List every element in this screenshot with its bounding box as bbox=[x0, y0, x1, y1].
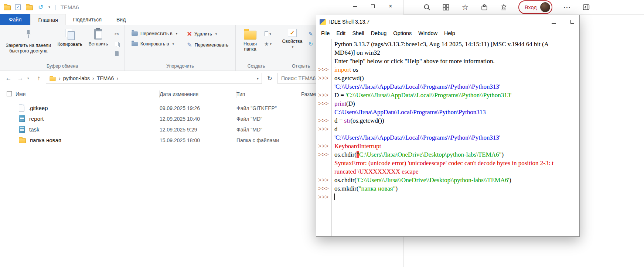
breadcrumb-item[interactable]: TEMA6 bbox=[97, 75, 114, 81]
favorites-star-icon[interactable]: ☆ bbox=[461, 3, 470, 12]
qat-new-folder-icon[interactable] bbox=[26, 5, 33, 10]
column-header-1[interactable]: Имя bbox=[16, 90, 160, 98]
menu-debug[interactable]: Debug bbox=[368, 29, 390, 37]
menu-file[interactable]: File bbox=[318, 29, 333, 37]
cut-icon[interactable]: ✂ bbox=[112, 30, 122, 38]
prompt bbox=[316, 48, 331, 57]
up-button[interactable]: ↑ bbox=[34, 75, 44, 82]
file-modified: 12.09.2025 9:29 bbox=[160, 127, 236, 133]
copy-icon bbox=[65, 29, 75, 40]
delete-label: Удалить bbox=[194, 31, 212, 37]
new-item-icon[interactable]: ▾ bbox=[263, 30, 273, 38]
idle-minimize-button[interactable] bbox=[552, 18, 556, 25]
avatar bbox=[540, 2, 550, 12]
explorer-maximize-button[interactable] bbox=[364, 0, 382, 13]
chevron-down-icon: ▾ bbox=[176, 32, 178, 35]
qat-customize-icon[interactable]: ▾ bbox=[48, 5, 50, 9]
file-icon bbox=[19, 105, 24, 112]
file-name: report bbox=[29, 116, 44, 122]
breadcrumb-item[interactable]: python-labs bbox=[63, 75, 90, 81]
copy-to-icon bbox=[132, 42, 138, 46]
properties-icon bbox=[288, 29, 297, 37]
maximize-icon bbox=[371, 4, 375, 8]
tab-file[interactable]: Файл bbox=[0, 14, 30, 25]
pin-to-quick-access-button[interactable]: Закрепить на панели быстрого доступа bbox=[3, 27, 54, 55]
recent-locations-icon[interactable]: ▾ bbox=[27, 76, 32, 80]
idle-maximize-button[interactable] bbox=[570, 18, 574, 25]
shell-line: SyntaxError: (unicode error) 'unicodeesc… bbox=[316, 159, 579, 167]
shell-line: >>>d bbox=[316, 125, 579, 133]
menu-window[interactable]: Window bbox=[415, 29, 440, 37]
breadcrumb-separator: › bbox=[92, 75, 94, 81]
prompt: >>> bbox=[316, 65, 331, 74]
new-folder-icon bbox=[244, 31, 256, 40]
tab-view[interactable]: Вид bbox=[109, 14, 133, 25]
titlebar-separator: | bbox=[55, 4, 56, 10]
tab-grid-icon[interactable] bbox=[442, 3, 450, 12]
signin-button[interactable]: Вход bbox=[518, 0, 552, 14]
history-icon[interactable]: ↻ bbox=[306, 40, 316, 48]
shell-line: >>>os.chdir("C:\Users\Лиза\OneDrive\Desk… bbox=[316, 150, 579, 159]
shell-line: >>>KeyboardInterrupt bbox=[316, 142, 579, 150]
new-folder-button[interactable]: Новая папка bbox=[239, 27, 262, 54]
prompt: >>> bbox=[316, 99, 331, 108]
breadcrumb-separator: › bbox=[116, 75, 118, 81]
menu-shell[interactable]: Shell bbox=[349, 29, 367, 37]
move-to-label: Переместить в bbox=[140, 31, 173, 36]
shell-line: MD64)] on win32 bbox=[316, 48, 579, 57]
edit-icon[interactable]: ✎ bbox=[306, 30, 316, 38]
maximize-icon bbox=[570, 20, 574, 24]
explorer-minimize-button[interactable] bbox=[346, 0, 364, 13]
group-label-create: Создать bbox=[236, 63, 277, 71]
copy-button[interactable]: Копировать bbox=[55, 27, 85, 48]
copy-path-icon[interactable] bbox=[112, 40, 122, 48]
back-button[interactable]: ← bbox=[4, 75, 13, 82]
tab-home[interactable]: Главная bbox=[30, 14, 65, 25]
explorer-titlebar: ✓ ↺ ▾ | TEMA6 × bbox=[0, 0, 403, 14]
shell-line: 'C:\\Users\\Лиза\\AppData\\Local\\Progra… bbox=[316, 133, 579, 142]
shell-line: >>>import os bbox=[316, 65, 579, 74]
minimize-icon bbox=[552, 23, 556, 24]
menu-options[interactable]: Options bbox=[390, 29, 415, 37]
rename-button[interactable]: ✎ Переименовать bbox=[185, 41, 231, 49]
explorer-logo-icon bbox=[4, 5, 11, 10]
copy-to-button[interactable]: Копировать в ▾ bbox=[129, 41, 180, 47]
qat-properties-icon[interactable]: ✓ bbox=[15, 4, 21, 10]
tab-share[interactable]: Поделиться bbox=[66, 14, 109, 25]
move-to-button[interactable]: Переместить в ▾ bbox=[129, 30, 180, 37]
qat-undo-icon[interactable]: ↺ bbox=[38, 3, 43, 11]
paste-shortcut-icon[interactable] bbox=[112, 49, 122, 58]
breadcrumb-separator: › bbox=[59, 75, 61, 81]
prompt: >>> bbox=[316, 116, 331, 125]
prompt bbox=[316, 108, 331, 116]
create-small-buttons: ▾ ★▾ bbox=[263, 27, 273, 48]
properties-button[interactable]: Свойства ▾ bbox=[280, 27, 304, 51]
address-dropdown-icon[interactable]: ▾ bbox=[257, 76, 259, 81]
menu-edit[interactable]: Edit bbox=[333, 29, 348, 37]
file-type: Файл "GITKEEP" bbox=[236, 105, 301, 111]
column-header-2[interactable]: Дата изменения bbox=[160, 90, 236, 98]
menu-help[interactable]: Help bbox=[441, 29, 458, 37]
explorer-window-title: TEMA6 bbox=[61, 4, 79, 10]
file-type: Файл "MD" bbox=[236, 127, 301, 133]
prompt bbox=[316, 159, 331, 167]
column-header-3[interactable]: Тип bbox=[236, 90, 301, 98]
easy-access-icon[interactable]: ★▾ bbox=[263, 40, 273, 48]
sidebar-icon[interactable] bbox=[582, 3, 591, 12]
refresh-icon[interactable]: ↻ bbox=[264, 73, 275, 84]
paste-button[interactable]: Вставить bbox=[86, 27, 110, 48]
breadcrumb[interactable]: › python-labs›TEMA6› ▾ bbox=[46, 73, 262, 84]
collections-icon[interactable] bbox=[499, 3, 508, 12]
select-all-checkbox[interactable] bbox=[7, 91, 16, 97]
extensions-icon[interactable] bbox=[480, 3, 489, 12]
prompt bbox=[316, 133, 331, 142]
shell-text-area[interactable]: Python 3.13.7 (tags/v3.13.7:bcee1c3, Aug… bbox=[316, 39, 579, 236]
search-icon[interactable] bbox=[422, 3, 431, 12]
shell-line: Python 3.13.7 (tags/v3.13.7:bcee1c3, Aug… bbox=[316, 40, 579, 48]
browser-toolbar: ☆ Вход ⋯ bbox=[404, 0, 644, 15]
more-options-icon[interactable]: ⋯ bbox=[563, 3, 572, 12]
explorer-close-button[interactable]: × bbox=[382, 0, 399, 13]
forward-button[interactable]: → bbox=[16, 75, 25, 82]
idle-window-title: IDLE Shell 3.13.7 bbox=[329, 19, 369, 25]
delete-button[interactable]: × Удалить ▾ bbox=[185, 30, 231, 38]
